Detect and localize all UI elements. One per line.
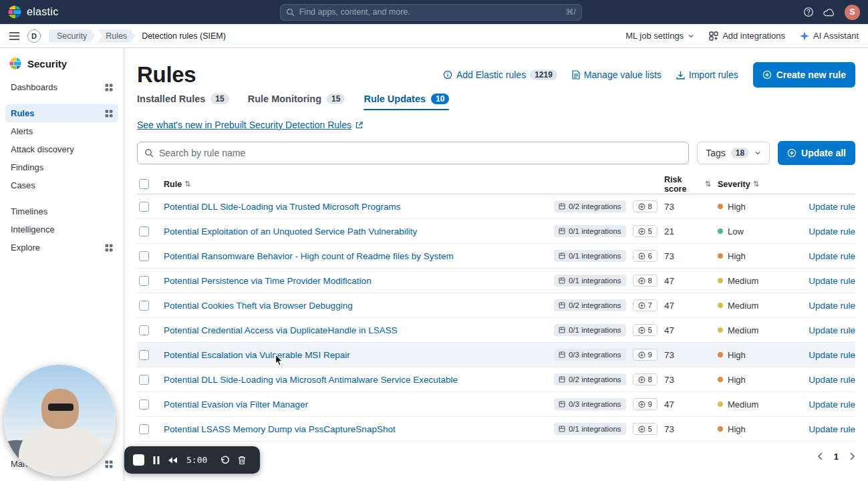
table-row[interactable]: Potential DLL Side-Loading via Microsoft… xyxy=(137,367,855,392)
sidebar-item[interactable]: Attack discovery xyxy=(5,140,118,158)
rule-name-link[interactable]: Potential DLL Side-Loading via Trusted M… xyxy=(164,202,547,212)
webcam-overlay[interactable] xyxy=(4,365,116,476)
manage-value-lists-button[interactable]: Manage value lists xyxy=(572,69,662,80)
next-page-button[interactable] xyxy=(849,452,855,460)
update-rule-link[interactable]: Update rule xyxy=(798,424,855,434)
update-rule-link[interactable]: Update rule xyxy=(798,226,855,236)
update-all-button[interactable]: Update all xyxy=(778,141,855,165)
panel-opener-icon[interactable] xyxy=(105,244,113,252)
update-rule-link[interactable]: Update rule xyxy=(798,399,855,410)
table-row[interactable]: Potential Credential Access via Duplicat… xyxy=(137,318,855,343)
tab-rule-updates[interactable]: Rule Updates 10 xyxy=(364,94,449,110)
row-checkbox[interactable] xyxy=(139,251,149,261)
table-row[interactable]: Potential Ransomware Behavior - High cou… xyxy=(137,244,855,269)
import-rules-button[interactable]: Import rules xyxy=(676,69,738,80)
sidebar-item[interactable]: Timelines xyxy=(5,202,118,220)
table-row[interactable]: Potential Escalation via Vulnerable MSI … xyxy=(137,343,855,367)
select-all-checkbox[interactable] xyxy=(139,179,149,189)
rule-search-input[interactable] xyxy=(159,148,682,158)
sidebar-item[interactable]: Findings xyxy=(5,158,118,176)
sidebar-item[interactable]: Explore xyxy=(5,238,118,257)
add-integrations-button[interactable]: Add integrations xyxy=(709,31,785,41)
whats-new-link[interactable]: See what's new in Prebuilt Security Dete… xyxy=(137,120,351,130)
previous-page-button[interactable] xyxy=(817,452,823,460)
add-elastic-rules-button[interactable]: Add Elastic rules 1219 xyxy=(443,69,557,80)
severity-label: High xyxy=(728,350,746,360)
rule-name-link[interactable]: Potential DLL Side-Loading via Microsoft… xyxy=(164,375,547,385)
column-header-rule[interactable]: Rule⇅ xyxy=(164,180,644,189)
menu-toggle-icon[interactable] xyxy=(9,32,19,40)
sidebar-item[interactable]: Intelligence xyxy=(5,220,118,238)
pause-recording-button[interactable] xyxy=(153,456,160,464)
rule-name-link[interactable]: Potential LSASS Memory Dump via PssCaptu… xyxy=(164,424,547,434)
global-search-input[interactable] xyxy=(299,7,561,17)
update-rule-link[interactable]: Update rule xyxy=(798,325,855,335)
rule-name-link[interactable]: Potential Escalation via Vulnerable MSI … xyxy=(164,350,547,360)
rule-name-link[interactable]: Potential Exploitation of an Unquoted Se… xyxy=(164,226,547,236)
sidebar-item-label: Dashboards xyxy=(11,82,57,92)
update-rule-link[interactable]: Update rule xyxy=(798,301,855,311)
table-row[interactable]: Potential Exploitation of an Unquoted Se… xyxy=(137,219,855,244)
row-checkbox[interactable] xyxy=(139,350,149,360)
update-rule-link[interactable]: Update rule xyxy=(798,251,855,261)
rule-name-link[interactable]: Potential Cookies Theft via Browser Debu… xyxy=(164,301,547,311)
rule-name-link[interactable]: Potential Ransomware Behavior - High cou… xyxy=(164,251,547,261)
risk-score-value: 73 xyxy=(664,375,711,385)
elastic-home-button[interactable]: elastic xyxy=(8,5,58,19)
sidebar-item[interactable]: Alerts xyxy=(5,122,118,140)
row-checkbox[interactable] xyxy=(139,226,149,236)
updates-count: 7 xyxy=(648,301,652,309)
update-rule-link[interactable]: Update rule xyxy=(798,276,855,286)
row-checkbox[interactable] xyxy=(139,375,149,385)
ml-job-settings-button[interactable]: ML job settings xyxy=(625,31,694,41)
rules-table: Rule⇅ Risk score⇅ Severity⇅ Potential DL… xyxy=(137,174,855,470)
user-avatar[interactable]: S xyxy=(845,5,860,20)
tags-count-badge: 18 xyxy=(731,148,749,158)
table-row[interactable]: Potential Persistence via Time Provider … xyxy=(137,269,855,293)
row-checkbox[interactable] xyxy=(139,424,149,434)
tab-installed-rules[interactable]: Installed Rules 15 xyxy=(137,94,229,110)
updates-count: 8 xyxy=(648,277,652,285)
breadcrumb-rules[interactable]: Rules xyxy=(98,29,135,43)
table-row[interactable]: Potential Cookies Theft via Browser Debu… xyxy=(137,293,855,318)
stop-recording-button[interactable] xyxy=(133,454,144,466)
cloud-deployment-icon[interactable] xyxy=(823,8,835,17)
table-row[interactable]: Potential DLL Side-Loading via Trusted M… xyxy=(137,194,855,219)
tab-rule-monitoring[interactable]: Rule Monitoring 15 xyxy=(248,94,345,110)
plus-circle-icon xyxy=(638,253,645,260)
table-row[interactable]: Potential Evasion via Filter Manager 0/3… xyxy=(137,392,855,417)
row-checkbox[interactable] xyxy=(139,202,149,212)
space-avatar[interactable]: D xyxy=(27,29,41,43)
rule-name-link[interactable]: Potential Persistence via Time Provider … xyxy=(164,276,547,286)
tags-filter-button[interactable]: Tags 18 xyxy=(697,142,770,164)
ai-assistant-button[interactable]: AI Assistant xyxy=(800,31,859,41)
panel-opener-icon[interactable] xyxy=(105,460,113,468)
update-rule-link[interactable]: Update rule xyxy=(798,350,855,360)
help-icon[interactable] xyxy=(803,7,814,17)
column-header-risk-score[interactable]: Risk score⇅ xyxy=(664,175,711,194)
sidebar-item[interactable]: Rules xyxy=(5,104,118,122)
rule-name-link[interactable]: Potential Credential Access via Duplicat… xyxy=(164,325,547,335)
row-checkbox[interactable] xyxy=(139,301,149,311)
update-rule-link[interactable]: Update rule xyxy=(798,375,855,385)
column-header-severity[interactable]: Severity⇅ xyxy=(718,180,791,189)
rule-name-link[interactable]: Potential Evasion via Filter Manager xyxy=(164,399,547,410)
global-search[interactable]: ⌘/ xyxy=(280,4,582,21)
breadcrumb-security[interactable]: Security xyxy=(49,29,95,43)
create-new-rule-label: Create new rule xyxy=(776,69,846,80)
rewind-button[interactable] xyxy=(168,456,178,464)
row-checkbox[interactable] xyxy=(139,276,149,286)
panel-opener-icon[interactable] xyxy=(105,84,113,92)
row-checkbox[interactable] xyxy=(139,399,149,410)
sidebar-item[interactable]: Dashboards xyxy=(5,78,118,96)
sidebar-item[interactable]: Cases xyxy=(5,176,118,194)
create-new-rule-button[interactable]: Create new rule xyxy=(753,62,855,88)
delete-recording-button[interactable] xyxy=(238,456,246,465)
row-checkbox[interactable] xyxy=(139,325,149,335)
update-rule-link[interactable]: Update rule xyxy=(798,202,855,212)
table-row[interactable]: Potential LSASS Memory Dump via PssCaptu… xyxy=(137,417,855,442)
rule-search-box[interactable] xyxy=(137,142,689,164)
restart-recording-button[interactable] xyxy=(220,456,229,465)
page-number[interactable]: 1 xyxy=(829,450,844,463)
panel-opener-icon[interactable] xyxy=(105,110,113,118)
